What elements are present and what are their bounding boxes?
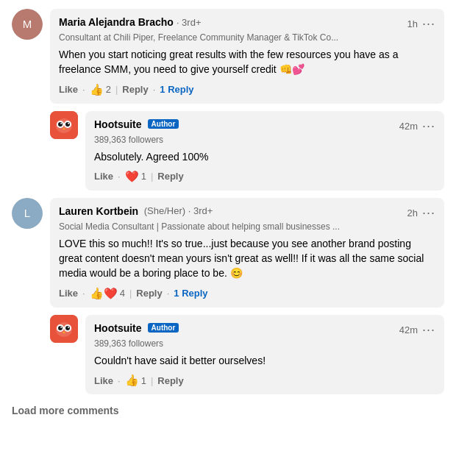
commenter-headline-2: Social Media Consultant | Passionate abo… [59,221,435,232]
dot-separator-2: · [153,84,156,95]
comment-card: Maria Alejandra Bracho · 3rd+ 1h ··· Con… [50,9,444,104]
commenter-degree-2: (She/Her) · 3rd+ [141,205,213,216]
reply-header-2: Hootsuite Author 42m ··· [94,322,435,338]
dot-separator-5: · [118,375,121,386]
reply-button[interactable]: Reply [122,84,148,95]
svg-text:L: L [24,207,30,219]
reply-count[interactable]: 1 Reply [160,84,193,95]
reply-meta: 42m ··· [399,118,435,134]
reaction-emoji: 👍 [90,83,104,96]
comment-text-2: LOVE this so much!! It's so true...just … [59,236,435,281]
action-separator-2: | [129,288,132,299]
comment-meta-2: 2h ··· [407,205,435,221]
hootsuite-avatar-2 [50,315,78,343]
commenter-degree: · 3rd+ [177,17,202,28]
reaction-count: 2 [106,84,111,95]
comment-card-2: Lauren Kortbein (She/Her) · 3rd+ 2h ··· … [50,198,444,308]
reply-block: Hootsuite Author 42m ··· 389,363 followe… [50,111,444,191]
like-button-3[interactable]: Like [94,375,113,386]
comment-block: M Maria Alejandra Bracho · 3rd+ 1h ··· C… [12,9,444,104]
comment-header: Maria Alejandra Bracho · 3rd+ 1h ··· [59,16,435,32]
reply-header: Hootsuite Author 42m ··· [94,118,435,134]
comment-time-2: 2h [407,207,418,219]
more-options-icon[interactable]: ··· [422,118,435,134]
like-button[interactable]: Like [94,171,113,182]
commenter-headline: Consultant at Chili Piper, Freelance Com… [59,32,435,43]
reaction-count-2: 4 [120,288,125,299]
commenter-info: Maria Alejandra Bracho · 3rd+ [59,16,202,28]
reply-commenter-info: Hootsuite Author [94,118,179,130]
reply-commenter-name-2: Hootsuite [94,322,142,334]
reply-count-2[interactable]: 1 Reply [174,288,207,299]
reply-button-3[interactable]: Reply [157,375,183,386]
reply-commenter-name: Hootsuite [94,118,142,130]
svg-text:M: M [23,18,32,30]
action-separator-3: | [151,375,153,386]
dot-separator: · [118,171,121,182]
more-options-icon-2[interactable]: ··· [422,205,435,221]
reply-meta-2: 42m ··· [399,322,435,338]
reply-actions: Like · ❤️ 1 | Reply [94,170,435,183]
reply-card-2: Hootsuite Author 42m ··· 389,363 followe… [85,315,444,394]
reaction-emoji: ❤️ [125,170,139,183]
avatar: M [12,9,43,40]
reaction-count: 1 [141,171,146,182]
reply-block-2: Hootsuite Author 42m ··· 389,363 followe… [50,315,444,394]
reaction-group-2: 👍❤️ 4 [90,287,125,300]
comment-actions: Like · 👍 2 | Reply · 1 Reply [59,83,435,96]
action-separator: | [151,171,153,182]
reply-text: Absolutely. Agreed 100% [94,149,435,164]
reaction-group-3: 👍 1 [125,374,146,387]
comment-meta: 1h ··· [407,16,435,32]
commenter-name-2: Lauren Kortbein [59,205,138,217]
reaction-emoji-3: 👍 [125,374,139,387]
reaction-count-3: 1 [141,375,146,386]
reply-time: 42m [399,121,418,132]
like-button-2[interactable]: Like [59,288,78,299]
dot-separator: · [82,84,85,95]
reaction-group: ❤️ 1 [125,170,146,183]
commenter-info-2: Lauren Kortbein (She/Her) · 3rd+ [59,205,213,217]
hootsuite-followers: 389,363 followers [94,135,435,145]
reply-actions-2: Like · 👍 1 | Reply [94,374,435,387]
reply-time-2: 42m [399,324,418,335]
author-badge-2: Author [148,323,179,333]
hootsuite-avatar [50,111,78,139]
like-button[interactable]: Like [59,84,78,95]
hootsuite-followers-2: 389,363 followers [94,338,435,349]
commenter-name: Maria Alejandra Bracho [59,16,174,28]
avatar-2: L [12,198,43,229]
comment-time: 1h [407,18,418,29]
dot-separator-3: · [82,288,85,299]
reply-button-2[interactable]: Reply [136,288,162,299]
reply-card: Hootsuite Author 42m ··· 389,363 followe… [85,111,444,191]
reaction-emoji-2: 👍❤️ [90,287,118,300]
comment-actions-2: Like · 👍❤️ 4 | Reply · 1 Reply [59,287,435,300]
comment-block-2: L Lauren Kortbein (She/Her) · 3rd+ 2h ··… [12,198,444,308]
comment-header-2: Lauren Kortbein (She/Her) · 3rd+ 2h ··· [59,205,435,221]
more-options-icon-3[interactable]: ··· [422,322,435,338]
comment-text: When you start noticing great results wi… [59,47,435,77]
more-options-icon[interactable]: ··· [422,16,435,32]
author-badge: Author [148,119,179,129]
load-more-button[interactable]: Load more comments [12,402,444,419]
reply-text-2: Couldn't have said it better ourselves! [94,353,435,368]
reply-button[interactable]: Reply [157,171,183,182]
dot-separator-4: · [167,288,170,299]
action-separator: | [115,84,118,95]
reply-commenter-info-2: Hootsuite Author [94,322,179,334]
reaction-group: 👍 2 [90,83,111,96]
